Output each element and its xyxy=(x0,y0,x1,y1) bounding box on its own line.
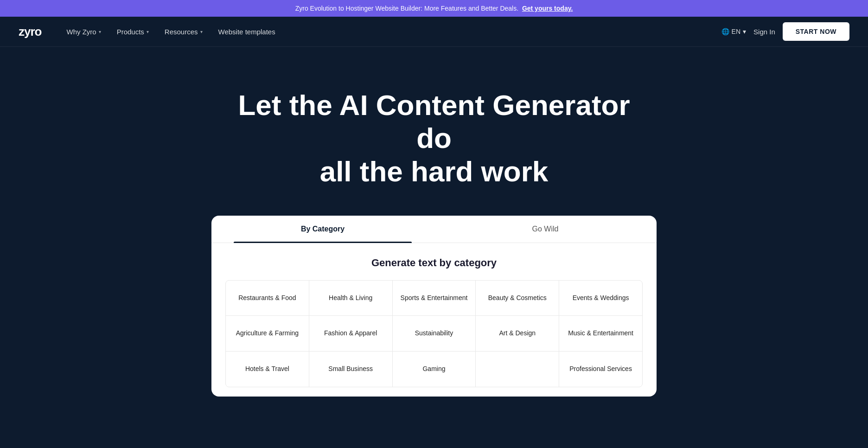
category-sports-entertainment[interactable]: Sports & Entertainment xyxy=(393,281,476,316)
sign-in-label: Sign In xyxy=(753,28,775,36)
announcement-bar: Zyro Evolution to Hostinger Website Buil… xyxy=(0,0,868,17)
chevron-down-icon: ▾ xyxy=(743,28,746,35)
logo: zyro xyxy=(19,25,41,39)
hero-section: Let the AI Content Generator do all the … xyxy=(0,47,868,216)
category-agriculture-farming[interactable]: Agriculture & Farming xyxy=(226,316,309,351)
category-label: Restaurants & Food xyxy=(238,294,296,301)
start-now-button[interactable]: START NOW xyxy=(783,22,849,41)
category-gaming[interactable]: Gaming xyxy=(393,352,476,387)
category-fashion-apparel[interactable]: Fashion & Apparel xyxy=(309,316,392,351)
category-label: Hotels & Travel xyxy=(245,365,289,372)
category-health-living[interactable]: Health & Living xyxy=(309,281,392,316)
category-label: Professional Services xyxy=(569,365,632,372)
hero-line2: all the hard work xyxy=(320,155,549,187)
logo-text: zyro xyxy=(19,25,41,39)
category-beauty-cosmetics[interactable]: Beauty & Cosmetics xyxy=(476,281,559,316)
category-events-weddings[interactable]: Events & Weddings xyxy=(559,281,642,316)
tab-by-category-label: By Category xyxy=(301,225,345,233)
nav-website-templates[interactable]: Website templates xyxy=(212,24,282,39)
nav-products-label: Products xyxy=(117,28,144,36)
tab-go-wild-label: Go Wild xyxy=(532,225,559,233)
chevron-down-icon: ▾ xyxy=(99,29,101,34)
lang-label: EN xyxy=(732,28,740,35)
category-label: Music & Entertainment xyxy=(568,329,633,337)
category-label: Sports & Entertainment xyxy=(401,294,468,301)
globe-icon: 🌐 xyxy=(721,28,729,35)
panel-tabs: By Category Go Wild xyxy=(211,216,657,243)
category-label: Health & Living xyxy=(329,294,372,301)
tab-by-category[interactable]: By Category xyxy=(211,216,434,243)
sign-in-link[interactable]: Sign In xyxy=(753,28,775,36)
category-label: Small Business xyxy=(328,365,373,372)
category-panel: By Category Go Wild Generate text by cat… xyxy=(211,216,657,397)
category-label: Art & Design xyxy=(499,329,536,337)
category-professional-services[interactable]: Professional Services xyxy=(559,352,642,387)
nav-products[interactable]: Products ▾ xyxy=(110,24,155,39)
hero-heading: Let the AI Content Generator do all the … xyxy=(225,89,643,188)
tab-go-wild[interactable]: Go Wild xyxy=(434,216,657,243)
announcement-link[interactable]: Get yours today. xyxy=(522,5,573,12)
chevron-down-icon: ▾ xyxy=(200,29,203,34)
nav-right: 🌐 EN ▾ Sign In START NOW xyxy=(721,22,849,41)
nav-templates-label: Website templates xyxy=(218,28,275,36)
hero-line1: Let the AI Content Generator do xyxy=(238,89,630,154)
category-label: Agriculture & Farming xyxy=(236,329,299,337)
nav-links: Why Zyro ▾ Products ▾ Resources ▾ Websit… xyxy=(60,24,721,39)
nav-why-zyro-label: Why Zyro xyxy=(66,28,96,36)
announcement-text: Zyro Evolution to Hostinger Website Buil… xyxy=(295,5,518,12)
main-nav: zyro Why Zyro ▾ Products ▾ Resources ▾ W… xyxy=(0,17,868,47)
category-empty xyxy=(476,352,559,387)
category-small-business[interactable]: Small Business xyxy=(309,352,392,387)
category-grid: Restaurants & Food Health & Living Sport… xyxy=(225,280,643,387)
category-label: Events & Weddings xyxy=(573,294,629,301)
category-label: Fashion & Apparel xyxy=(324,329,377,337)
category-label: Beauty & Cosmetics xyxy=(488,294,547,301)
lang-selector[interactable]: 🌐 EN ▾ xyxy=(721,28,746,35)
nav-resources-label: Resources xyxy=(165,28,198,36)
category-art-design[interactable]: Art & Design xyxy=(476,316,559,351)
logo-zyro: zyro xyxy=(19,25,41,38)
category-hotels-travel[interactable]: Hotels & Travel xyxy=(226,352,309,387)
category-music-entertainment[interactable]: Music & Entertainment xyxy=(559,316,642,351)
category-restaurants-food[interactable]: Restaurants & Food xyxy=(226,281,309,316)
nav-resources[interactable]: Resources ▾ xyxy=(158,24,209,39)
category-label: Gaming xyxy=(422,365,445,372)
category-sustainability[interactable]: Sustainability xyxy=(393,316,476,351)
panel-title: Generate text by category xyxy=(211,257,657,269)
chevron-down-icon: ▾ xyxy=(147,29,149,34)
nav-why-zyro[interactable]: Why Zyro ▾ xyxy=(60,24,107,39)
category-label: Sustainability xyxy=(415,329,453,337)
